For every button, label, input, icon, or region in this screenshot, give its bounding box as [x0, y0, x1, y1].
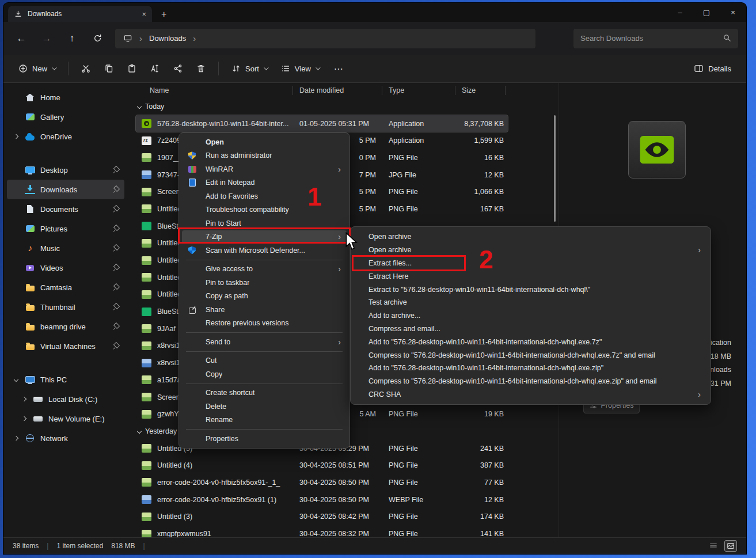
- delete-button[interactable]: [191, 60, 211, 77]
- context-menu-item[interactable]: [186, 384, 343, 384]
- context-menu-item[interactable]: WinRAR: [182, 162, 347, 176]
- up-button[interactable]: ↑: [62, 29, 82, 48]
- context-menu-item[interactable]: [186, 260, 343, 260]
- sidebar-item[interactable]: Thumbnail: [7, 297, 124, 317]
- sidebar-item[interactable]: Pictures: [7, 219, 124, 238]
- context-menu-item[interactable]: Copy: [182, 367, 347, 381]
- submenu-item[interactable]: Extract Here: [354, 269, 708, 283]
- context-menu-item[interactable]: [186, 332, 343, 333]
- details-view-toggle[interactable]: [707, 540, 720, 552]
- table-row[interactable]: error-code-2004-v0-hfbiz5fx5ox91-_1_ 30-…: [136, 474, 508, 491]
- submenu-item[interactable]: Open archive: [354, 230, 708, 244]
- submenu-item[interactable]: CRC SHA: [354, 388, 708, 401]
- context-menu-item[interactable]: Scan with Microsoft Defender...: [182, 244, 347, 257]
- sidebar-item[interactable]: OneDrive: [7, 127, 124, 146]
- column-header-name[interactable]: Name: [128, 86, 299, 94]
- context-menu-item[interactable]: Properties: [182, 432, 347, 446]
- context-menu-item[interactable]: Edit in Notepad: [182, 176, 347, 190]
- maximize-button[interactable]: ▢: [693, 3, 720, 22]
- group-chevron-icon[interactable]: [136, 105, 143, 108]
- context-menu-item[interactable]: Add to Favorites: [182, 189, 347, 203]
- context-menu-item[interactable]: Create shortcut: [182, 386, 347, 400]
- submenu-item[interactable]: Compress and email...: [354, 322, 708, 336]
- column-divider[interactable]: [382, 86, 382, 95]
- sidebar-item[interactable]: New Volume (E:): [7, 409, 124, 428]
- context-menu-item[interactable]: Give access to: [182, 263, 347, 276]
- context-menu-item[interactable]: Run as administrator: [182, 149, 347, 163]
- more-options-button[interactable]: ⋯: [327, 61, 350, 77]
- sidebar-item[interactable]: Music: [7, 238, 124, 258]
- paste-button[interactable]: [121, 60, 142, 77]
- submenu-item[interactable]: Add to archive...: [354, 309, 708, 322]
- sidebar-item[interactable]: Videos: [7, 258, 124, 278]
- context-menu-item[interactable]: Delete: [182, 400, 347, 413]
- sidebar-item[interactable]: Gallery: [7, 107, 124, 127]
- column-header-date-modified[interactable]: Date modified: [299, 86, 389, 94]
- submenu-item[interactable]: Add to "576.28-desktop-win10-win11-64bit…: [354, 362, 708, 375]
- group-chevron-icon[interactable]: [136, 430, 143, 433]
- sidebar-item[interactable]: Home: [7, 88, 124, 107]
- sidebar-item[interactable]: Camtasia: [7, 278, 124, 297]
- submenu-item[interactable]: Test archive: [354, 296, 708, 309]
- breadcrumb-item-downloads[interactable]: Downloads: [149, 34, 186, 43]
- cut-button[interactable]: [75, 60, 96, 77]
- context-menu-item[interactable]: Copy as path: [182, 290, 347, 303]
- context-menu-item[interactable]: Pin to taskbar: [182, 276, 347, 290]
- expand-chevron-icon[interactable]: [21, 417, 28, 420]
- column-divider[interactable]: [455, 86, 455, 95]
- table-row[interactable]: Untitled (4) 30-04-2025 08:51 PM PNG Fil…: [136, 457, 508, 474]
- sort-button[interactable]: Sort: [226, 60, 273, 77]
- table-row[interactable]: xmgpfpxwmus91 30-04-2025 08:32 PM PNG Fi…: [136, 525, 508, 537]
- sidebar-item[interactable]: Local Disk (C:): [7, 389, 124, 409]
- sidebar-item[interactable]: Desktop: [7, 160, 124, 180]
- table-row[interactable]: error-code-2004-v0-hfbiz5fx5ox91 (1) 30-…: [136, 491, 508, 508]
- sidebar-item[interactable]: Network: [7, 428, 124, 448]
- copy-button[interactable]: [98, 60, 119, 77]
- thumbnail-view-toggle[interactable]: [724, 540, 737, 552]
- tab-close-icon[interactable]: ×: [142, 10, 146, 18]
- column-divider[interactable]: [292, 86, 293, 95]
- sidebar-item[interactable]: Downloads: [7, 180, 124, 199]
- context-menu-item[interactable]: Cut: [182, 354, 347, 368]
- search-input[interactable]: Search Downloads: [573, 29, 738, 48]
- new-tab-button[interactable]: +: [161, 10, 166, 19]
- table-row[interactable]: Today: [136, 98, 508, 115]
- submenu-item[interactable]: Extract to "576.28-desktop-win10-win11-6…: [354, 283, 708, 296]
- close-button[interactable]: ×: [720, 3, 746, 22]
- column-divider[interactable]: [505, 86, 506, 95]
- breadcrumb[interactable]: › Downloads ›: [115, 29, 535, 48]
- explorer-tab[interactable]: Downloads ×: [8, 6, 152, 22]
- context-menu-item[interactable]: [186, 429, 343, 430]
- context-menu-item[interactable]: Share: [182, 303, 347, 317]
- sidebar-item[interactable]: [7, 356, 124, 370]
- column-header-type[interactable]: Type: [389, 86, 462, 94]
- expand-chevron-icon[interactable]: [21, 397, 28, 401]
- expand-chevron-icon[interactable]: [13, 135, 20, 138]
- table-row[interactable]: Untitled (3) 30-04-2025 08:42 PM PNG Fil…: [136, 508, 508, 526]
- details-pane-button[interactable]: Details: [688, 60, 737, 77]
- context-menu-item[interactable]: [186, 351, 343, 352]
- context-menu-item[interactable]: Rename: [182, 413, 347, 427]
- column-header-size[interactable]: Size: [462, 86, 504, 94]
- context-menu-item[interactable]: Restore previous versions: [182, 317, 347, 331]
- table-row[interactable]: 576.28-desktop-win10-win11-64bit-inter..…: [136, 115, 508, 132]
- search-icon[interactable]: [723, 33, 731, 44]
- context-menu-item[interactable]: Open: [182, 135, 347, 149]
- sidebar-item[interactable]: [7, 146, 124, 160]
- expand-chevron-icon[interactable]: [13, 436, 20, 440]
- view-button[interactable]: View: [275, 60, 325, 77]
- sidebar-item[interactable]: This PC: [7, 370, 124, 389]
- refresh-button[interactable]: [88, 29, 107, 48]
- sidebar-item[interactable]: Virtual Machines: [7, 336, 124, 356]
- expand-chevron-icon[interactable]: [13, 378, 20, 381]
- minimize-button[interactable]: –: [667, 3, 693, 22]
- sidebar-item[interactable]: beamng drive: [7, 317, 124, 336]
- rename-button[interactable]: [145, 60, 165, 77]
- new-button[interactable]: New: [13, 60, 61, 77]
- back-button[interactable]: ←: [12, 29, 31, 48]
- submenu-item[interactable]: Add to "576.28-desktop-win10-win11-64bit…: [354, 335, 708, 348]
- forward-button[interactable]: →: [37, 29, 56, 48]
- share-button[interactable]: [168, 60, 188, 77]
- submenu-item[interactable]: Compress to "576.28-desktop-win10-win11-…: [354, 348, 708, 362]
- vertical-scrollbar[interactable]: [554, 115, 556, 222]
